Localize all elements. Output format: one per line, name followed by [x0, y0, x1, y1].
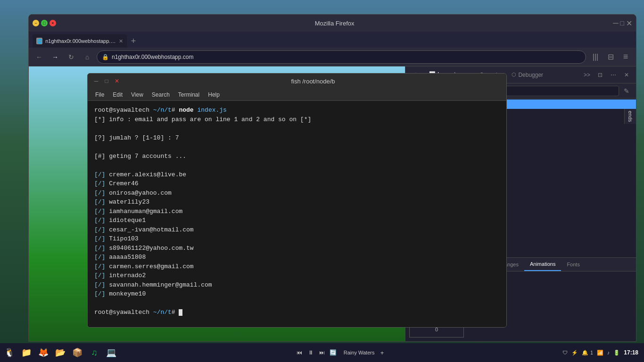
terminal-line-r3: [/] onirosa@yahoo.com: [94, 189, 500, 198]
devtools-tab-debugger[interactable]: ⬡ Debugger: [507, 70, 548, 80]
terminal-line-prompt: root@syawaltech ~/n/t# node index.js: [94, 106, 500, 115]
terminal-menu: File Edit View Search Terminal Help: [88, 89, 506, 101]
taskbar-left: 🐧 📁 🦊 📂 📦 ♫ 💻: [2, 345, 119, 360]
firefox-taskbar-icon[interactable]: 🦊: [36, 345, 51, 360]
devtools-more-button[interactable]: >>: [581, 69, 593, 81]
terminal-menu-terminal[interactable]: Terminal: [174, 90, 203, 99]
terminal-win-controls: ─ □ ✕: [92, 77, 121, 85]
maximize-button[interactable]: □: [41, 20, 48, 26]
taskbar-time: 17:18: [624, 349, 638, 356]
terminal-titlebar: ─ □ ✕ fish /root/node/b: [88, 74, 506, 89]
home-button[interactable]: ⌂: [81, 50, 94, 64]
archive-taskbar-icon[interactable]: 📦: [70, 345, 85, 360]
terminal-taskbar-icon[interactable]: 💻: [104, 345, 119, 360]
devtools-toolbar-right: >> ⊡ ⋯ ✕: [581, 69, 632, 81]
terminal-line-r7: [/] cesar_-ivan@hotmail.com: [94, 225, 500, 235]
music-prev-btn[interactable]: ⏮: [295, 348, 304, 357]
linux-taskbar-icon[interactable]: 🐧: [2, 345, 17, 360]
terminal-close-btn[interactable]: ✕: [113, 77, 121, 85]
music-title: Rainy Waters: [344, 350, 375, 355]
tab-active[interactable]: 🌐 n1ghthax0r.000webhostapp.com ✕: [33, 34, 127, 48]
taskbar-music-icon: ♪: [607, 350, 610, 355]
taskbar-battery-icon: 🔋: [613, 350, 620, 356]
taskbar-network-icon: 🔔 1: [582, 350, 593, 356]
search-pick-button[interactable]: ✎: [621, 85, 632, 97]
win-close-btn[interactable]: ✕: [626, 19, 632, 28]
bookmarks-button[interactable]: |||: [589, 50, 602, 64]
new-tab-button[interactable]: +: [127, 34, 140, 48]
win-restore-btn[interactable]: □: [620, 19, 624, 27]
terminal-line-final-prompt: root@syawaltech ~/n/t#: [94, 308, 500, 317]
reload-button[interactable]: ↻: [65, 50, 78, 64]
taskbar-right: 🛡 ⚡ 🔔 1 📶 ♪ 🔋 17:18: [562, 349, 642, 356]
lock-icon: 🔒: [102, 54, 109, 60]
terminal-menu-edit[interactable]: Edit: [109, 90, 126, 99]
terminal-line-question: [?] jumlah ? [1-10] : 7: [94, 133, 500, 143]
terminal-line-r8: [/] Tiipo103: [94, 234, 500, 244]
terminal-minimize-btn[interactable]: ─: [92, 77, 100, 85]
tab-favicon: 🌐: [36, 38, 42, 44]
terminal-line-r10: [/] aaaaa51808: [94, 253, 500, 262]
address-bar[interactable]: 🔒 n1ghthax0r.000webhostapp.com: [97, 50, 586, 64]
taskbar-music: ⏮ ⏸ ⏭ 🔄 Rainy Waters +: [295, 348, 387, 357]
terminal-title: fish /root/node/b: [124, 78, 502, 85]
taskbar-center: ⏮ ⏸ ⏭ 🔄 Rainy Waters +: [119, 348, 562, 357]
music-next-btn[interactable]: ⏭: [317, 348, 327, 357]
terminal-line-r6: [/] idioteque1: [94, 216, 500, 225]
terminal-line-r11: [/] carmen.serres@gmail.com: [94, 262, 500, 272]
minimize-button[interactable]: −: [33, 20, 39, 26]
taskbar-shield-icon: 🛡: [562, 350, 568, 355]
address-text: n1ghthax0r.000webhostapp.com: [112, 54, 193, 60]
menu-button[interactable]: ≡: [619, 50, 632, 64]
taskbar: 🐧 📁 🦊 📂 📦 ♫ 💻 ⏮ ⏸ ⏭ 🔄 Rainy Waters +: [0, 343, 644, 362]
terminal-line-blank1: [94, 124, 500, 133]
terminal-line-r2: [/] Cremer46: [94, 179, 500, 189]
terminal-menu-help[interactable]: Help: [204, 90, 223, 99]
nav-right: ||| ⊟ ≡: [589, 50, 632, 64]
terminal-line-geting: [#] geting 7 accounts ...: [94, 152, 500, 161]
music-controls: ⏮ ⏸ ⏭ 🔄: [295, 348, 338, 357]
terminal-menu-search[interactable]: Search: [148, 90, 173, 99]
devtools-settings-button[interactable]: ⋯: [608, 69, 619, 81]
close-button[interactable]: ×: [50, 20, 56, 26]
terminal-line-info: [*] info : email and pass are on line 1 …: [94, 115, 500, 124]
forward-button[interactable]: →: [49, 50, 62, 64]
terminal-line-blank3: [94, 161, 500, 170]
terminal-window: ─ □ ✕ fish /root/node/b File Edit View S…: [87, 73, 507, 328]
music-add-btn[interactable]: +: [377, 348, 387, 357]
tab-bar: 🌐 n1ghthax0r.000webhostapp.com ✕ +: [29, 32, 636, 48]
spotify-taskbar-icon[interactable]: ♫: [87, 345, 102, 360]
back-button[interactable]: ←: [33, 50, 46, 64]
styles-tab-animations[interactable]: Animations: [524, 258, 561, 271]
devtools-close-button[interactable]: ✕: [621, 69, 632, 81]
terminal-line-r12: [/] internado2: [94, 271, 500, 280]
terminal-body[interactable]: root@syawaltech ~/n/t# node index.js [*]…: [88, 101, 506, 327]
styles-tab-fonts[interactable]: Fonts: [561, 258, 586, 271]
terminal-line-r4: [/] waterlily23: [94, 197, 500, 207]
navigation-bar: ← → ↻ ⌂ 🔒 n1ghthax0r.000webhostapp.com |…: [29, 48, 636, 66]
terminal-line-r1: [/] cremer.alexis@live.be: [94, 170, 500, 180]
music-repeat-btn[interactable]: 🔄: [329, 348, 338, 357]
win-minimize-btn[interactable]: ─: [613, 19, 618, 27]
debugger-icon: ⬡: [512, 72, 516, 78]
music-pause-btn[interactable]: ⏸: [306, 348, 315, 357]
terminal-cursor: [179, 309, 182, 316]
folder-taskbar-icon[interactable]: 📂: [53, 345, 68, 360]
taskbar-bluetooth-icon: ⚡: [571, 350, 578, 356]
desktop: − □ × Mozilla Firefox ─ □ ✕ 🌐 n1ghthax0r…: [0, 0, 644, 362]
terminal-line-r5: [/] iamhanuman@gmail.com: [94, 207, 500, 216]
terminal-line-r13: [/] savannah.hemminger@gmail.com: [94, 280, 500, 290]
sidebar-button[interactable]: ⊟: [604, 50, 617, 64]
tab-label: n1ghthax0r.000webhostapp.com: [45, 38, 116, 44]
terminal-line-blank2: [94, 142, 500, 152]
devtools-detach-button[interactable]: ⊡: [594, 69, 606, 81]
right-panel-indicator: ends: [624, 109, 636, 124]
terminal-maximize-btn[interactable]: □: [103, 77, 110, 85]
tab-close-button[interactable]: ✕: [119, 38, 123, 44]
debugger-tab-label: Debugger: [518, 72, 543, 78]
terminal-menu-view[interactable]: View: [127, 90, 147, 99]
taskbar-wifi-icon: 📶: [597, 350, 603, 356]
files-taskbar-icon[interactable]: 📁: [19, 345, 34, 360]
terminal-menu-file[interactable]: File: [91, 90, 108, 99]
terminal-line-r14: [/] monkeyme10: [94, 289, 500, 299]
